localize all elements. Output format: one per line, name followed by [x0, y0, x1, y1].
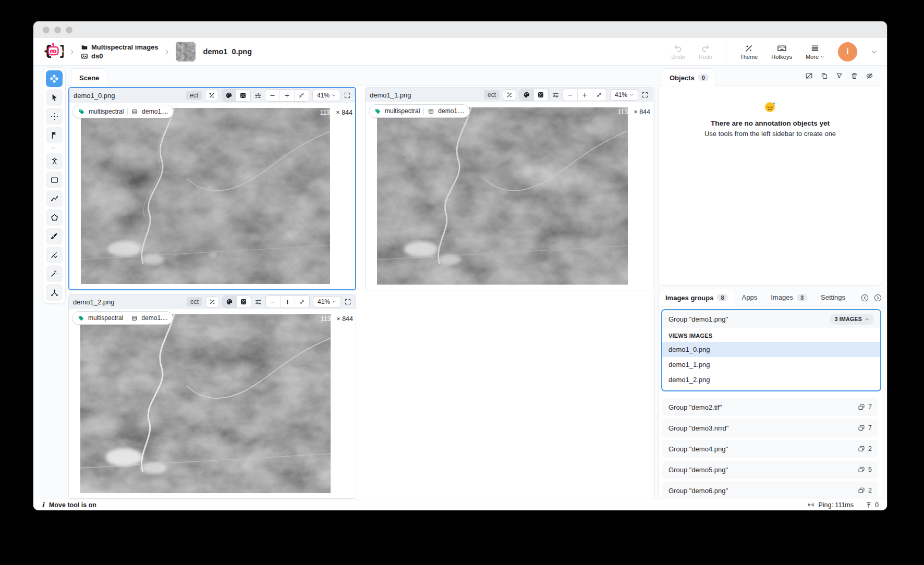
group-demo2-row[interactable]: Group "demo2.tif" 7: [662, 398, 878, 416]
list-item-demo1_2[interactable]: demo1_2.png: [662, 372, 880, 387]
info-icon: i: [42, 501, 44, 509]
maximize-window-button[interactable]: [66, 27, 72, 33]
crop-badge[interactable]: ect: [186, 91, 202, 100]
fullscreen-button[interactable]: [344, 92, 351, 99]
zoom-level-dropdown[interactable]: 41%: [610, 89, 638, 101]
fit-view-button[interactable]: [294, 90, 309, 101]
user-avatar[interactable]: i: [838, 42, 857, 62]
crop-badge[interactable]: ect: [187, 297, 202, 306]
zoom-out-button[interactable]: [265, 90, 279, 101]
fullscreen-button[interactable]: [641, 91, 649, 99]
menu-icon: [810, 44, 820, 53]
dice-mode-button[interactable]: [237, 296, 251, 308]
tab-images[interactable]: Images 3: [764, 289, 814, 306]
levels-button[interactable]: [205, 90, 218, 101]
palette-mode-button[interactable]: [223, 296, 237, 308]
zoom-out-button[interactable]: [563, 89, 577, 101]
levels-icon: [506, 91, 513, 99]
dice-mode-button[interactable]: [236, 90, 250, 101]
zoom-in-button[interactable]: [577, 89, 592, 101]
fit-view-button[interactable]: [592, 89, 606, 101]
keypoint-tool-button[interactable]: [46, 153, 63, 169]
tag-group-label: multispectral: [89, 108, 124, 115]
group-header[interactable]: Group "demo1.png" 3 IMAGES: [662, 310, 880, 328]
image-canvas[interactable]: [81, 108, 330, 284]
tab-settings[interactable]: Settings: [814, 289, 852, 306]
eye-off-icon[interactable]: [866, 72, 873, 80]
display-mode-segment: [222, 89, 251, 102]
header-chevron-down-icon[interactable]: [871, 48, 878, 55]
tab-images-groups[interactable]: Images groups 8: [658, 289, 735, 306]
image-tags-pill[interactable]: multispectral demo1....: [72, 105, 174, 118]
filter-icon[interactable]: [835, 72, 843, 80]
image-tags-pill[interactable]: multispectral demo1....: [72, 311, 173, 325]
pen-tool-button[interactable]: [46, 247, 63, 263]
copy-icon[interactable]: [820, 72, 828, 80]
polygon-tool-button[interactable]: [46, 209, 63, 226]
breadcrumb-dataset[interactable]: ds0: [91, 52, 103, 60]
image-thumbnail[interactable]: [176, 42, 196, 62]
crop-badge[interactable]: ect: [484, 90, 500, 100]
dice-mode-button[interactable]: [534, 89, 548, 101]
theme-button[interactable]: Theme: [740, 44, 758, 60]
levels-button[interactable]: [205, 296, 219, 308]
levels-icon: [209, 298, 216, 305]
zoom-level-dropdown[interactable]: 41%: [313, 296, 341, 308]
list-item-demo1_0[interactable]: demo1_0.png: [662, 342, 880, 357]
levels-button[interactable]: [503, 89, 516, 101]
collapse-icon: [596, 92, 602, 98]
graph-tool-button[interactable]: [46, 284, 63, 301]
app-logo-robot-icon[interactable]: { }: [43, 40, 64, 63]
move-tool-button[interactable]: [46, 70, 63, 87]
close-window-button[interactable]: [43, 27, 50, 33]
tab-apps[interactable]: Apps: [735, 289, 764, 306]
group-demo6-row[interactable]: Group "demo6.png" 2: [662, 482, 878, 499]
breadcrumb[interactable]: Multispectral images ds0: [81, 43, 159, 60]
image-canvas[interactable]: [377, 107, 628, 285]
hotkeys-button[interactable]: Hotkeys: [771, 43, 792, 60]
minimize-window-button[interactable]: [54, 27, 61, 33]
zoom-out-button[interactable]: [266, 296, 280, 308]
zoom-button-group: [265, 296, 310, 308]
hide-annotations-icon[interactable]: [805, 72, 813, 80]
group-images-badge[interactable]: 3 IMAGES: [830, 314, 874, 325]
fullscreen-button[interactable]: [344, 298, 351, 305]
group-demo3-row[interactable]: Group "demo3.nrrd" 7: [662, 419, 878, 437]
rectangle-tool-button[interactable]: [46, 171, 63, 188]
more-tools-dots-icon[interactable]: [51, 145, 58, 151]
more-menu-button[interactable]: More: [806, 44, 824, 60]
smart-tool-button[interactable]: [46, 265, 63, 282]
sliders-button[interactable]: [254, 298, 262, 306]
zoom-in-button[interactable]: [279, 90, 294, 101]
zoom-in-button[interactable]: [280, 296, 295, 308]
flag-tool-button[interactable]: [46, 127, 63, 143]
tabs-scroll-right-button[interactable]: [873, 293, 882, 302]
zoom-level-dropdown[interactable]: 41%: [312, 90, 341, 101]
group-demo4-row[interactable]: Group "demo4.png" 2: [662, 440, 878, 458]
fit-view-button[interactable]: [295, 296, 309, 308]
palette-mode-button[interactable]: [222, 90, 236, 101]
viewer-header: demo1_1.png ect 41%: [366, 88, 653, 102]
sliders-button[interactable]: [254, 92, 262, 100]
tab-objects[interactable]: Objects 0: [663, 68, 715, 87]
brush-tool-button[interactable]: [46, 228, 63, 244]
group-demo5-row[interactable]: Group "demo5.png" 5: [662, 461, 878, 478]
polyline-tool-button[interactable]: [46, 190, 63, 207]
image-canvas[interactable]: [80, 314, 331, 493]
palette-mode-button[interactable]: [520, 89, 534, 101]
breadcrumb-project[interactable]: Multispectral images: [91, 43, 159, 51]
sliders-button[interactable]: [552, 91, 560, 99]
stack-icon: [131, 315, 138, 322]
pan-tool-button[interactable]: [46, 108, 63, 125]
undo-button[interactable]: Undo: [671, 44, 685, 60]
image-tags-pill[interactable]: multispectral demo1....: [369, 104, 470, 118]
tag-divider: [127, 108, 128, 115]
redo-button[interactable]: Redo: [699, 44, 712, 60]
tab-scene[interactable]: Scene: [71, 68, 107, 87]
tabs-scroll-left-button[interactable]: [860, 293, 869, 302]
levels-icon: [208, 92, 215, 99]
select-tool-button[interactable]: [46, 89, 63, 106]
list-item-demo1_1[interactable]: demo1_1.png: [662, 357, 880, 372]
trash-icon[interactable]: [850, 72, 858, 80]
status-message: Move tool is on: [49, 501, 96, 509]
